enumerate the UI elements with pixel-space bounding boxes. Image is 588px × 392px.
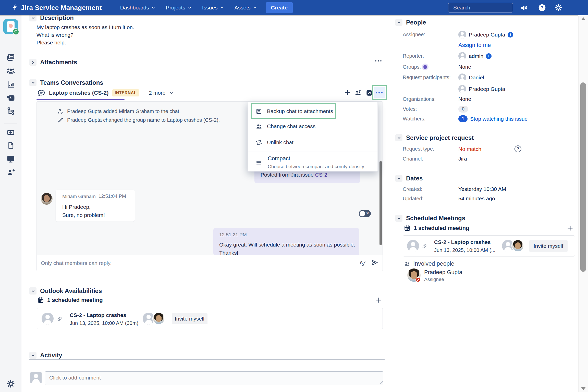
nav-issues[interactable]: Issues: [202, 5, 224, 11]
menu-item-change-access[interactable]: Change chat access: [248, 120, 377, 132]
channels-icon[interactable]: [0, 93, 21, 103]
collapse-chevron-icon[interactable]: [29, 79, 36, 86]
info-icon[interactable]: i: [486, 53, 492, 59]
comment-input[interactable]: [45, 371, 383, 385]
participant-name[interactable]: Pradeep Gupta: [469, 86, 505, 92]
collapse-chevron-icon[interactable]: [29, 14, 36, 21]
posted-from-text: Posted from Jira issue: [261, 172, 314, 178]
menu-item-compact[interactable]: Compact Choose between compact and comfy…: [248, 153, 377, 172]
chat-reply-input[interactable]: [41, 260, 359, 266]
organizations-value: None: [458, 96, 471, 102]
nav-dashboards[interactable]: Dashboards: [120, 5, 156, 11]
watchers-badge[interactable]: 1: [458, 115, 468, 122]
reporter-name[interactable]: admin: [469, 53, 483, 59]
votes-row: Votes: 0: [403, 106, 576, 113]
app-logo[interactable]: Jira Service Management: [12, 3, 102, 12]
scroll-down-icon[interactable]: [581, 387, 586, 390]
chat-options-menu: Backup chat to attachments Change chat a…: [248, 102, 378, 172]
search-box[interactable]: [448, 3, 513, 13]
assign-to-me-link[interactable]: Assign to me: [458, 42, 491, 48]
page-scrollbar[interactable]: [578, 15, 588, 392]
issue-link[interactable]: CS-2: [315, 172, 327, 178]
document-icon[interactable]: [0, 141, 21, 150]
compact-toggle[interactable]: ✕: [359, 210, 371, 217]
chat-tab[interactable]: Laptop crashes (CS-2) INTERNAL 2 more: [37, 89, 174, 97]
collapse-chevron-icon[interactable]: [29, 287, 36, 295]
chat-more-button[interactable]: [374, 87, 385, 98]
internal-badge: INTERNAL: [112, 89, 139, 96]
activity-section-header: Activity: [29, 352, 62, 359]
chat-scrollbar-thumb[interactable]: [379, 161, 382, 245]
collapse-chevron-icon[interactable]: [29, 352, 36, 359]
add-meeting-icon[interactable]: [567, 225, 574, 233]
outlook-section-header: Outlook Availabilities: [29, 287, 102, 295]
chevron-down-icon: [151, 5, 156, 10]
avatar: [458, 85, 466, 93]
stop-watching-link[interactable]: Stop watching this issue: [470, 116, 528, 122]
nav-menu: Dashboards Projects Issues Assets: [120, 5, 257, 11]
invite-myself-button[interactable]: Invite myself: [529, 240, 568, 252]
dates-title: Dates: [406, 175, 423, 182]
expand-chevron-icon[interactable]: [29, 59, 36, 66]
description-text: Please help.: [36, 40, 66, 46]
collapse-chevron-icon[interactable]: [395, 19, 402, 26]
scrollbar-thumb[interactable]: [580, 82, 586, 272]
collapse-chevron-icon[interactable]: [395, 215, 402, 222]
top-navbar: Jira Service Management Dashboards Proje…: [0, 0, 588, 15]
left-sidebar: [0, 15, 21, 392]
customers-icon[interactable]: [0, 66, 21, 76]
collapse-chevron-icon[interactable]: [395, 134, 402, 141]
nav-assets[interactable]: Assets: [235, 5, 257, 11]
question-icon[interactable]: ?: [514, 145, 521, 152]
settings-icon[interactable]: [553, 0, 564, 15]
chevron-down-icon: [220, 5, 224, 10]
assignee-name[interactable]: Pradeep Gupta: [469, 32, 505, 38]
nav-projects[interactable]: Projects: [166, 5, 192, 11]
meeting-card[interactable]: CS-2 - Laptop crashes Jun 13, 2025, 10:0…: [37, 308, 383, 329]
settings-icon[interactable]: [0, 380, 21, 388]
menu-item-backup-chat[interactable]: Backup chat to attachments: [248, 105, 377, 117]
add-meeting-icon[interactable]: [375, 297, 382, 305]
menu-divider: [248, 135, 377, 135]
help-icon[interactable]: ?: [536, 0, 548, 15]
description-text: My laptop crashes as soon as I turn it o…: [36, 24, 134, 30]
format-icon[interactable]: A: [359, 259, 366, 267]
open-chat-icon[interactable]: [365, 89, 373, 98]
participant-name[interactable]: Daniel: [469, 75, 484, 81]
info-icon[interactable]: i: [508, 32, 513, 38]
card-add-icon[interactable]: [0, 128, 21, 137]
add-icon[interactable]: [344, 89, 351, 97]
resize-handle[interactable]: [380, 381, 383, 384]
search-input[interactable]: [453, 5, 522, 11]
create-button[interactable]: Create: [266, 2, 293, 13]
menu-item-unlink-chat[interactable]: Unlink chat: [248, 136, 377, 149]
queues-icon[interactable]: [0, 53, 21, 62]
avatar: [407, 240, 419, 252]
send-icon[interactable]: [371, 259, 378, 267]
updated-row: Updated: 54 minutes ago: [403, 195, 576, 202]
structure-icon[interactable]: [0, 107, 21, 115]
megaphone-icon[interactable]: [519, 0, 530, 15]
watchers-row: Watchers: 1 Stop watching this issue: [403, 115, 576, 122]
more-chats-label[interactable]: 2 more: [149, 90, 165, 96]
monitor-icon[interactable]: [0, 155, 21, 163]
chevron-down-icon[interactable]: [169, 90, 174, 95]
scroll-up-icon[interactable]: [581, 17, 586, 20]
group-indicator-icon[interactable]: [422, 64, 428, 70]
description-section-header: Description: [29, 14, 74, 21]
invite-myself-button[interactable]: Invite myself: [172, 313, 207, 324]
outlook-count-row: 1 scheduled meeting: [37, 297, 103, 303]
collapse-chevron-icon[interactable]: [395, 175, 402, 182]
attachments-more-icon[interactable]: [375, 60, 382, 62]
project-avatar[interactable]: [3, 19, 18, 34]
reports-icon[interactable]: [0, 80, 21, 89]
attendee-avatar: [511, 239, 524, 252]
invite-people-icon[interactable]: [0, 168, 21, 177]
compact-title: Compact: [268, 155, 290, 162]
person-name: Pradeep Gupta: [424, 269, 462, 276]
add-people-icon[interactable]: [354, 89, 362, 98]
votes-badge[interactable]: 0: [458, 106, 468, 113]
meeting-card[interactable]: CS-2 - Laptop crashes Jun 13, 2025, 10:0…: [403, 235, 575, 256]
participants-row: Pradeep Gupta: [403, 85, 576, 93]
meetings-title: Scheduled Meetings: [406, 215, 465, 222]
